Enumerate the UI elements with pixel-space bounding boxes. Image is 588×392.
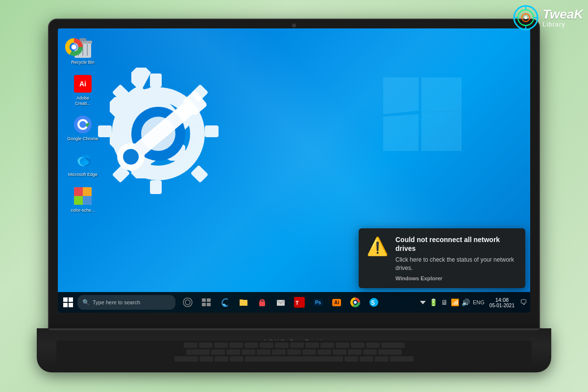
svg-text:T: T bbox=[295, 300, 299, 306]
key bbox=[184, 343, 197, 348]
key bbox=[186, 349, 210, 355]
svg-point-57 bbox=[354, 301, 357, 304]
key bbox=[348, 349, 362, 355]
search-placeholder: Type here to search bbox=[93, 299, 140, 305]
skype-taskbar-button[interactable]: S bbox=[366, 294, 382, 311]
svg-marker-8 bbox=[383, 77, 418, 114]
svg-rect-50 bbox=[207, 303, 211, 306]
key bbox=[290, 343, 304, 348]
taskbar-center-icons: T Ps Ai bbox=[179, 294, 382, 311]
folder-taskbar-button[interactable] bbox=[235, 294, 252, 311]
key bbox=[230, 356, 244, 362]
key bbox=[211, 349, 225, 355]
key bbox=[378, 349, 402, 355]
volume-icon[interactable]: 🔊 bbox=[461, 297, 471, 307]
key bbox=[260, 343, 273, 348]
key bbox=[302, 349, 316, 355]
ps-icon: Ps bbox=[313, 299, 323, 306]
wifi-icon[interactable]: 📶 bbox=[450, 297, 460, 307]
toast-body: Click here to check the status of your n… bbox=[395, 256, 517, 272]
tweak-logo-icon bbox=[513, 5, 539, 30]
chrome-taskbar-button[interactable] bbox=[347, 294, 364, 311]
logo-text: TweaK Library bbox=[542, 8, 583, 28]
key bbox=[344, 356, 358, 362]
show-hidden-icons-button[interactable] bbox=[418, 297, 428, 307]
display-icon: 🖥 bbox=[440, 297, 449, 307]
system-tray: 🔋 🖥 📶 🔊 ENG 14:08 05-01-2021 bbox=[418, 297, 528, 308]
windows-logo-icon bbox=[383, 77, 462, 151]
task-view-button[interactable] bbox=[198, 294, 215, 311]
key bbox=[287, 349, 301, 355]
gear-wrench-icon bbox=[87, 63, 234, 210]
camera-dot bbox=[292, 24, 296, 27]
battery-icon: 🔋 bbox=[429, 297, 439, 307]
screen: Recycle Bin Ai AdobeCreati... bbox=[58, 28, 530, 313]
mail-taskbar-button[interactable] bbox=[272, 294, 289, 311]
key bbox=[366, 343, 380, 348]
laptop-base: ASUS ZenBook bbox=[37, 328, 551, 372]
taskbar: 🔍 Type here to search bbox=[58, 292, 530, 313]
toast-title: Could not reconnect all network drives bbox=[395, 235, 517, 253]
edge-taskbar-button[interactable] bbox=[217, 294, 233, 311]
key bbox=[272, 349, 286, 355]
key bbox=[214, 343, 228, 348]
key bbox=[351, 343, 365, 348]
key bbox=[381, 343, 405, 348]
warning-icon: ⚠️ bbox=[367, 236, 389, 257]
svg-rect-44 bbox=[69, 303, 73, 307]
svg-marker-10 bbox=[383, 114, 418, 151]
security-taskbar-button[interactable] bbox=[254, 294, 270, 311]
svg-rect-28 bbox=[150, 180, 162, 194]
svg-text:S: S bbox=[371, 299, 375, 306]
key bbox=[229, 343, 243, 348]
illustrator-taskbar-button[interactable]: Ai bbox=[328, 294, 345, 311]
logo-area: TweaK Library bbox=[513, 5, 583, 30]
toast-content: Could not reconnect all network drives C… bbox=[395, 235, 517, 281]
key bbox=[363, 349, 377, 355]
svg-rect-52 bbox=[259, 301, 265, 306]
svg-rect-43 bbox=[63, 303, 68, 307]
laptop-container: Recycle Bin Ai AdobeCreati... bbox=[37, 20, 551, 372]
key bbox=[318, 349, 331, 355]
keyboard bbox=[56, 341, 532, 368]
clock-date: 05-01-2021 bbox=[490, 303, 514, 308]
toast-source: Windows Explorer bbox=[395, 275, 517, 281]
svg-rect-27 bbox=[150, 74, 162, 87]
key bbox=[390, 356, 414, 362]
cortana-button[interactable] bbox=[179, 294, 196, 311]
svg-rect-48 bbox=[207, 298, 211, 302]
key bbox=[320, 343, 334, 348]
laptop-hinge bbox=[49, 328, 539, 330]
svg-marker-9 bbox=[421, 77, 462, 111]
key bbox=[257, 349, 270, 355]
svg-point-22 bbox=[79, 121, 86, 128]
taskbar-search[interactable]: 🔍 Type here to search bbox=[77, 295, 175, 310]
taskbar-right: 🔋 🖥 📶 🔊 ENG 14:08 05-01-2021 bbox=[418, 297, 528, 308]
action-center-button[interactable]: 🗨 bbox=[518, 297, 528, 307]
laptop-screen-bezel: Recycle Bin Ai AdobeCreati... bbox=[49, 20, 539, 328]
key bbox=[360, 356, 373, 362]
key bbox=[242, 349, 255, 355]
key bbox=[199, 356, 213, 362]
system-clock[interactable]: 14:08 05-01-2021 bbox=[487, 297, 517, 308]
start-button[interactable] bbox=[60, 294, 76, 311]
svg-rect-30 bbox=[205, 125, 219, 137]
key bbox=[215, 356, 228, 362]
key bbox=[333, 349, 346, 355]
svg-rect-47 bbox=[202, 298, 206, 302]
language-indicator[interactable]: ENG bbox=[472, 297, 486, 307]
svg-rect-49 bbox=[202, 303, 206, 306]
svg-rect-51 bbox=[240, 300, 247, 306]
key bbox=[174, 356, 198, 362]
key bbox=[245, 343, 258, 348]
svg-marker-11 bbox=[421, 111, 462, 151]
svg-point-46 bbox=[185, 300, 190, 305]
notification-toast[interactable]: ⚠️ Could not reconnect all network drive… bbox=[359, 228, 525, 288]
photoshop-taskbar-button[interactable]: Ps bbox=[310, 294, 326, 311]
key bbox=[305, 343, 319, 348]
tweakbit-taskbar-button[interactable]: T bbox=[291, 294, 308, 311]
key bbox=[375, 356, 389, 362]
ai-icon: Ai bbox=[332, 299, 341, 306]
svg-point-3 bbox=[524, 16, 527, 19]
svg-rect-41 bbox=[63, 297, 68, 302]
